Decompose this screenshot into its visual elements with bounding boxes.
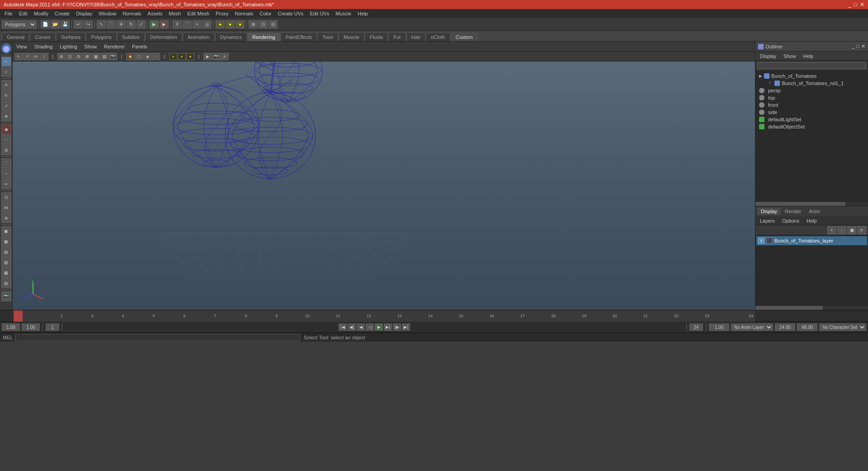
sculpt-btn[interactable]: ⋯ xyxy=(1,135,11,145)
anim-layer-select[interactable]: No Anim Layer xyxy=(731,324,773,331)
outliner-search-input[interactable] xyxy=(757,62,866,69)
tab-ncloth[interactable]: nCloth xyxy=(426,33,450,41)
vi-paint[interactable]: ⌗ xyxy=(23,53,31,60)
new-btn[interactable]: 📄 xyxy=(41,20,50,29)
menu-color[interactable]: Color xyxy=(257,10,274,17)
lr-help[interactable]: Help xyxy=(804,217,820,224)
tab-subdivs[interactable]: Subdivs xyxy=(117,33,145,41)
menu-file[interactable]: File xyxy=(2,10,15,17)
camera-btn[interactable]: 📷 xyxy=(1,291,11,301)
menu-assets[interactable]: Assets xyxy=(145,10,165,17)
med-btn[interactable]: ● xyxy=(226,20,235,29)
layer-opt[interactable]: ≡ xyxy=(857,226,866,234)
goto-end-btn[interactable]: ▶| xyxy=(402,324,410,331)
minimize-btn[interactable]: _ xyxy=(848,1,851,8)
vt-panels[interactable]: Panels xyxy=(130,43,149,50)
menu-modify[interactable]: Modify xyxy=(31,10,51,17)
select-btn[interactable]: ↖ xyxy=(97,20,106,29)
layer-del[interactable]: - xyxy=(837,226,846,234)
time-display1[interactable] xyxy=(709,324,729,331)
menu-create-uvs[interactable]: Create UVs xyxy=(275,10,307,17)
tab-dynamics[interactable]: Dynamics xyxy=(215,33,247,41)
misc2-btn[interactable]: ⊡ xyxy=(259,20,268,29)
menu-edit-mesh[interactable]: Edit Mesh xyxy=(184,10,212,17)
menu-muscle[interactable]: Muscle xyxy=(333,10,354,17)
outliner-item-persp[interactable]: persp xyxy=(755,87,868,94)
outliner-menu-show[interactable]: Show xyxy=(781,52,799,60)
vi-light2[interactable]: ● xyxy=(178,53,186,60)
tab-polygons[interactable]: Polygons xyxy=(86,33,116,41)
menu-mesh[interactable]: Mesh xyxy=(166,10,184,17)
layer-btn4[interactable]: ▨ xyxy=(1,257,11,267)
vi-layout4[interactable]: ⊠ xyxy=(83,53,91,60)
vi-layout6[interactable]: ▧ xyxy=(100,53,108,60)
tab-curves[interactable]: Curves xyxy=(30,33,56,41)
prev-key-btn[interactable]: ◀| xyxy=(348,324,356,331)
menu-display[interactable]: Display xyxy=(73,10,95,17)
current-frame-indicator[interactable] xyxy=(14,310,23,322)
lr-tab-render[interactable]: Render xyxy=(781,208,805,215)
goto-start-btn[interactable]: |◀ xyxy=(339,324,347,331)
current-frame-display[interactable] xyxy=(22,324,40,331)
next-key-btn[interactable]: |▶ xyxy=(393,324,401,331)
character-set-select[interactable]: No Character Set xyxy=(819,324,866,331)
render-btn[interactable]: ▶ xyxy=(150,20,159,29)
vi-render-icon[interactable]: ▶ xyxy=(203,53,212,60)
vi-shaded[interactable]: ■ xyxy=(126,53,134,60)
point-snap-btn[interactable]: + xyxy=(193,20,202,29)
viewport-3d[interactable]: x y z xyxy=(13,62,755,310)
curve-snap-btn[interactable]: ⌒ xyxy=(183,20,192,29)
layer-sel[interactable]: ▣ xyxy=(847,226,856,234)
pencil-btn[interactable]: ✏ xyxy=(1,179,11,189)
misc1-btn[interactable]: ⊞ xyxy=(249,20,258,29)
end-frame-input[interactable] xyxy=(689,324,703,331)
tab-animation[interactable]: Animation xyxy=(183,33,215,41)
move-btn[interactable]: ✛ xyxy=(117,20,126,29)
outliner-item-top[interactable]: top xyxy=(755,94,868,101)
layer-btn6[interactable]: ▤ xyxy=(1,278,11,288)
vt-renderer[interactable]: Renderer xyxy=(102,43,127,50)
curve-tool-btn[interactable]: ⌒ xyxy=(1,158,11,168)
lower-right-hscroll[interactable] xyxy=(755,305,868,310)
tab-custom[interactable]: Custom xyxy=(451,33,478,41)
vt-lighting[interactable]: Lighting xyxy=(58,43,79,50)
tab-deformation[interactable]: Deformation xyxy=(145,33,182,41)
menu-edit[interactable]: Edit xyxy=(16,10,30,17)
mel-input[interactable] xyxy=(15,334,300,341)
tab-fluids[interactable]: Fluids xyxy=(365,33,388,41)
outliner-maximize[interactable]: □ xyxy=(856,43,859,49)
vi-shaded-wire[interactable]: ◈ xyxy=(143,53,151,60)
outliner-close[interactable]: ✕ xyxy=(861,43,865,49)
outliner-item-objectset[interactable]: defaultObjectSet xyxy=(755,123,868,130)
scale-btn[interactable]: ⤢ xyxy=(137,20,146,29)
tab-muscle[interactable]: Muscle xyxy=(339,33,364,41)
vi-cam[interactable]: 📷 xyxy=(109,53,117,60)
play-btn[interactable]: ▶ xyxy=(375,324,383,331)
move-tool-btn[interactable]: ✛ xyxy=(1,80,11,90)
layer-btn2[interactable]: ▦ xyxy=(1,237,11,247)
vt-shading[interactable]: Shading xyxy=(33,43,54,50)
vi-select[interactable]: ↖ xyxy=(14,53,23,60)
vi-extra[interactable]: ≡ xyxy=(221,53,229,60)
outliner-item-front[interactable]: front xyxy=(755,101,868,109)
time-display3[interactable] xyxy=(797,324,817,331)
vi-layout3[interactable]: ⊟ xyxy=(75,53,83,60)
frame-number-input[interactable] xyxy=(46,324,59,331)
misc3-btn[interactable]: ⊟ xyxy=(269,20,278,29)
menu-window[interactable]: Window xyxy=(96,10,119,17)
grid-snap-btn[interactable]: # xyxy=(173,20,182,29)
outliner-hscroll[interactable] xyxy=(755,201,868,206)
layer-btn3[interactable]: ▧ xyxy=(1,247,11,257)
vi-layout1[interactable]: ⊞ xyxy=(57,53,66,60)
menu-help[interactable]: Help xyxy=(355,10,371,17)
undo-btn[interactable]: ↩ xyxy=(74,20,83,29)
tab-fur[interactable]: Fur xyxy=(388,33,406,41)
vi-layout5[interactable]: ▦ xyxy=(92,53,100,60)
layer-new[interactable]: + xyxy=(827,226,836,234)
vi-pts[interactable]: ⁘ xyxy=(152,53,160,60)
maximize-btn[interactable]: □ xyxy=(854,1,857,8)
step-back-btn[interactable]: ◀ xyxy=(357,324,365,331)
outliner-item-bunch-tomatoes[interactable]: ▶ Bunch_of_Tomatoes xyxy=(755,72,868,80)
outliner-item-side[interactable]: side xyxy=(755,109,868,116)
soft-btn[interactable]: ● xyxy=(216,20,225,29)
